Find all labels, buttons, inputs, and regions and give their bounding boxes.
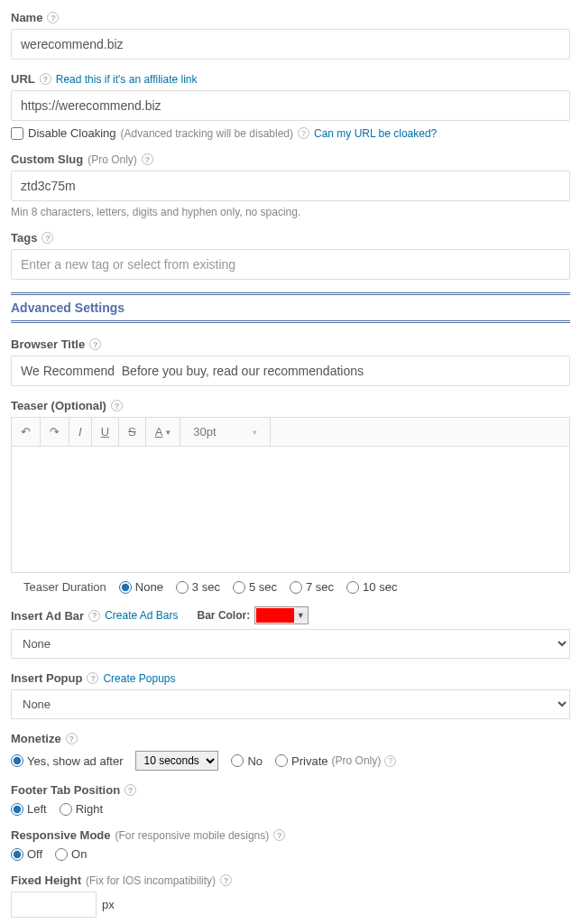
slug-pro: (Pro Only) — [88, 153, 137, 166]
teaser-duration-10[interactable] — [346, 581, 359, 594]
monetize-delay-select[interactable]: 10 seconds — [135, 751, 218, 771]
slug-label: Custom Slug — [11, 152, 83, 166]
help-icon[interactable]: ? — [40, 73, 51, 85]
help-icon[interactable]: ? — [47, 12, 59, 23]
disable-cloaking-checkbox[interactable] — [11, 127, 23, 140]
teaser-duration-7[interactable] — [290, 581, 302, 594]
monetize-no[interactable] — [231, 754, 244, 767]
monetize-yes[interactable] — [11, 754, 23, 767]
help-icon[interactable]: ? — [66, 733, 78, 744]
name-input[interactable] — [11, 29, 570, 60]
fixed-height-label: Fixed Height — [11, 873, 81, 887]
disable-cloaking-label: Disable Cloaking — [28, 126, 116, 140]
create-popups-link[interactable]: Create Popups — [103, 672, 175, 685]
responsive-label: Responsive Mode — [11, 828, 111, 842]
undo-icon[interactable]: ↶ — [12, 418, 41, 446]
name-label: Name — [11, 11, 42, 24]
italic-button[interactable]: I — [69, 418, 92, 446]
tags-label: Tags — [11, 231, 37, 245]
redo-icon[interactable]: ↷ — [41, 418, 69, 446]
browser-title-input[interactable] — [11, 356, 570, 386]
underline-button[interactable]: U — [92, 418, 119, 446]
adbar-label: Insert Ad Bar — [11, 609, 84, 623]
help-icon[interactable]: ? — [298, 127, 309, 139]
url-label: URL — [11, 72, 35, 86]
url-input[interactable] — [11, 90, 570, 121]
help-icon[interactable]: ? — [111, 400, 123, 411]
responsive-on[interactable] — [55, 848, 68, 861]
help-icon[interactable]: ? — [42, 232, 53, 244]
responsive-note: (For responsive mobile designs) — [115, 829, 270, 842]
create-adbars-link[interactable]: Create Ad Bars — [105, 609, 178, 622]
color-swatch-icon — [256, 608, 294, 623]
monetize-private[interactable] — [275, 754, 288, 767]
browser-title-label: Browser Title — [11, 337, 85, 351]
affiliate-link[interactable]: Read this if it's an affiliate link — [56, 73, 198, 86]
help-icon[interactable]: ? — [273, 829, 285, 841]
text-color-button[interactable]: A ▾ — [146, 418, 181, 446]
help-icon[interactable]: ? — [142, 153, 153, 165]
chevron-down-icon: ▼ — [294, 611, 307, 620]
adbar-select[interactable]: None — [11, 629, 570, 659]
teaser-label: Teaser (Optional) — [11, 399, 106, 412]
help-icon[interactable]: ? — [88, 610, 100, 622]
help-icon[interactable]: ? — [384, 755, 396, 767]
advanced-settings-title: Advanced Settings — [11, 300, 570, 315]
teaser-duration-label: Teaser Duration — [23, 580, 106, 594]
teaser-editor[interactable] — [11, 447, 570, 573]
help-icon[interactable]: ? — [87, 672, 98, 684]
tags-input[interactable] — [11, 249, 570, 280]
teaser-duration-none[interactable] — [119, 581, 132, 594]
editor-toolbar: ↶ ↷ I U S A ▾ 30pt▾ — [11, 417, 570, 447]
responsive-off[interactable] — [11, 848, 23, 861]
help-icon[interactable]: ? — [220, 874, 232, 886]
footer-tab-right[interactable] — [60, 803, 72, 816]
teaser-duration-3[interactable] — [176, 581, 189, 594]
monetize-label: Monetize — [11, 732, 61, 745]
popup-label: Insert Popup — [11, 671, 82, 685]
fixed-height-input[interactable] — [11, 892, 97, 918]
bar-color-label: Bar Color: — [198, 609, 251, 622]
slug-input[interactable] — [11, 171, 570, 201]
teaser-duration-5[interactable] — [233, 581, 245, 594]
fixed-height-note: (Fix for IOS incompatibility) — [86, 874, 216, 887]
strikethrough-button[interactable]: S — [119, 418, 146, 446]
disable-cloaking-note: (Advanced tracking will be disabled) — [121, 127, 293, 140]
cloak-link[interactable]: Can my URL be cloaked? — [314, 127, 437, 140]
slug-hint: Min 8 characters, letters, digits and hy… — [11, 206, 570, 218]
help-icon[interactable]: ? — [89, 338, 101, 350]
popup-select[interactable]: None — [11, 689, 570, 719]
help-icon[interactable]: ? — [124, 784, 136, 796]
font-size-select[interactable]: 30pt▾ — [180, 418, 270, 446]
bar-color-picker[interactable]: ▼ — [254, 606, 309, 624]
fixed-height-unit: px — [102, 898, 115, 911]
footer-tab-left[interactable] — [11, 803, 23, 816]
footer-tab-label: Footer Tab Position — [11, 783, 120, 797]
